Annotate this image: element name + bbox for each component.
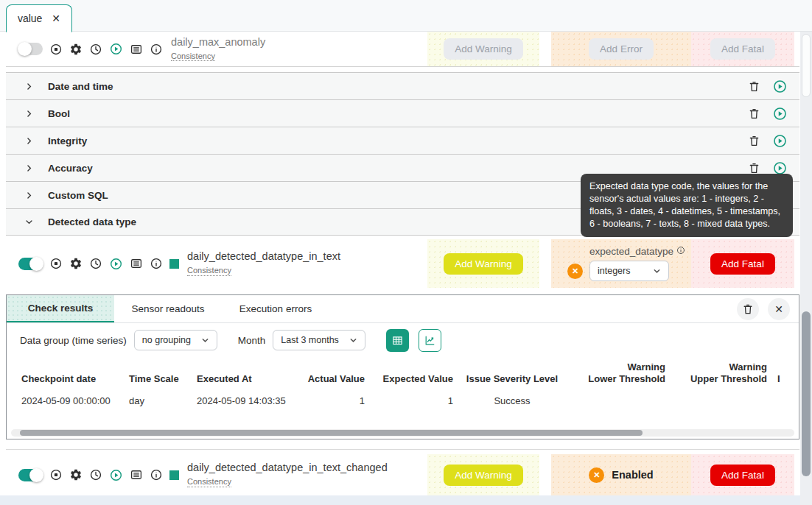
record-icon[interactable]	[49, 43, 63, 56]
add-warning-button[interactable]: Add Warning	[444, 38, 523, 60]
error-severity-section: expected_datatype ✕ integers	[551, 239, 691, 288]
run-check-icon[interactable]	[109, 42, 123, 56]
delete-trash-icon[interactable]	[747, 107, 761, 121]
add-fatal-button[interactable]: Add Fatal	[710, 38, 775, 60]
delete-trash-icon	[741, 303, 755, 316]
close-icon: ✕	[774, 304, 783, 314]
data-group-select[interactable]: no grouping	[134, 330, 217, 350]
results-list-icon[interactable]	[130, 257, 143, 270]
line-chart-icon	[424, 334, 436, 347]
param-info-icon[interactable]	[676, 246, 685, 255]
section-date-and-time[interactable]: Date and time	[6, 72, 799, 99]
schedule-clock-icon[interactable]	[89, 468, 102, 481]
section-integrity[interactable]: Integrity	[6, 127, 799, 154]
run-section-icon[interactable]	[772, 106, 788, 121]
check-row-left: daily_detected_datatype_in_text_changed …	[6, 454, 388, 495]
check-status-square	[169, 259, 179, 269]
col-warning-upper-threshold: WarningUpper Threshold	[670, 361, 771, 384]
table-view-button[interactable]	[386, 329, 409, 352]
run-check-icon[interactable]	[109, 257, 123, 271]
run-section-icon[interactable]	[772, 79, 788, 94]
check-name-block: daily_detected_datatype_in_text_changed …	[187, 462, 388, 487]
add-warning-button[interactable]: Add Warning	[444, 253, 523, 275]
add-error-button[interactable]: Add Error	[589, 38, 654, 60]
chevron-down-icon	[24, 216, 35, 227]
results-list-icon[interactable]	[130, 43, 143, 56]
add-fatal-button[interactable]: Add Fatal	[710, 253, 775, 275]
col-executed-at: Executed At	[192, 373, 301, 385]
warning-severity-section: Add Warning	[427, 239, 539, 288]
check-name-block: daily_detected_datatype_in_text Consiste…	[187, 250, 340, 276]
check-category: Consistency	[187, 266, 231, 276]
delete-trash-icon[interactable]	[747, 80, 761, 93]
tab-value[interactable]: value ✕	[6, 4, 72, 32]
cell-time-scale: day	[125, 395, 192, 406]
info-icon[interactable]	[150, 257, 163, 270]
chart-view-button[interactable]	[419, 329, 441, 352]
col-expected-value: Expected Value	[369, 373, 458, 385]
tab-bar: value ✕	[0, 0, 812, 32]
disable-x-icon[interactable]: ✕	[589, 467, 604, 483]
data-group-value: no grouping	[142, 335, 191, 345]
horizontal-scrollbar-thumb[interactable]	[20, 430, 643, 436]
disable-x-icon[interactable]: ✕	[567, 264, 583, 279]
record-icon[interactable]	[49, 468, 63, 481]
delete-results-button[interactable]	[737, 298, 759, 320]
check-row-daily-detected-datatype-in-text: daily_detected_datatype_in_text Consiste…	[6, 239, 799, 288]
delete-trash-icon[interactable]	[747, 134, 761, 148]
check-name: daily_detected_datatype_in_text	[187, 250, 340, 263]
chevron-down-icon	[349, 336, 357, 345]
horizontal-scrollbar[interactable]	[11, 429, 794, 437]
check-enable-toggle[interactable]	[18, 469, 43, 481]
add-warning-button[interactable]: Add Warning	[444, 465, 523, 486]
chevron-right-icon	[24, 190, 35, 201]
schedule-clock-icon[interactable]	[89, 43, 102, 56]
section-bool[interactable]: Bool	[6, 99, 799, 127]
tab-execution-errors[interactable]: Execution errors	[222, 295, 329, 322]
results-list-icon[interactable]	[130, 468, 143, 481]
close-results-button[interactable]: ✕	[768, 298, 790, 320]
param-label: expected_datatype	[589, 246, 673, 257]
run-check-icon[interactable]	[109, 468, 123, 482]
chevron-right-icon	[24, 108, 35, 119]
check-name: daily_detected_datatype_in_text_changed	[187, 462, 388, 474]
check-enable-toggle[interactable]	[18, 43, 43, 55]
section-title: Date and time	[48, 81, 747, 92]
tab-sensor-readouts[interactable]: Sensor readouts	[114, 295, 222, 322]
check-row-left: daily_max_anomaly Consistency	[6, 32, 265, 66]
vertical-scrollbar-thumb[interactable]	[802, 311, 811, 476]
param-controls: ✕ integers	[567, 261, 669, 281]
tab-check-results[interactable]: Check results	[7, 295, 114, 322]
settings-gear-icon[interactable]	[69, 257, 83, 270]
fatal-severity-section: Add Fatal	[691, 454, 794, 495]
warning-severity-section: Add Warning	[427, 454, 539, 495]
cell-executed-at: 2024-05-09 14:03:35	[192, 395, 301, 406]
vertical-scrollbar[interactable]	[800, 32, 812, 505]
vertical-scrollbar-thumb-top[interactable]	[802, 34, 811, 97]
chevron-right-icon	[24, 163, 35, 174]
check-enable-toggle[interactable]	[18, 258, 43, 270]
run-section-icon[interactable]	[772, 133, 788, 149]
settings-gear-icon[interactable]	[69, 43, 83, 56]
add-fatal-button[interactable]: Add Fatal	[710, 465, 775, 486]
expected-datatype-select[interactable]: integers	[589, 261, 669, 281]
check-row-left: daily_detected_datatype_in_text Consiste…	[6, 239, 340, 288]
schedule-clock-icon[interactable]	[89, 257, 102, 270]
settings-gear-icon[interactable]	[69, 468, 83, 481]
error-severity-section: ✕ Enabled	[551, 454, 691, 495]
cell-checkpoint-date: 2024-05-09 00:00:00	[7, 395, 125, 406]
tab-close-icon[interactable]: ✕	[52, 13, 60, 24]
info-icon[interactable]	[150, 43, 163, 56]
chevron-down-icon	[653, 267, 661, 275]
cell-issue-severity: Success	[458, 395, 567, 406]
cell-expected-value: 1	[369, 395, 458, 406]
enabled-status-label: Enabled	[612, 469, 653, 481]
error-severity-section: Add Error	[551, 32, 691, 66]
record-icon[interactable]	[49, 257, 63, 270]
chevron-right-icon	[24, 135, 35, 146]
delete-trash-icon[interactable]	[747, 161, 761, 175]
chevron-down-icon	[201, 336, 209, 345]
info-icon[interactable]	[150, 468, 163, 481]
check-category: Consistency	[187, 477, 231, 487]
month-select[interactable]: Last 3 months	[273, 330, 365, 350]
